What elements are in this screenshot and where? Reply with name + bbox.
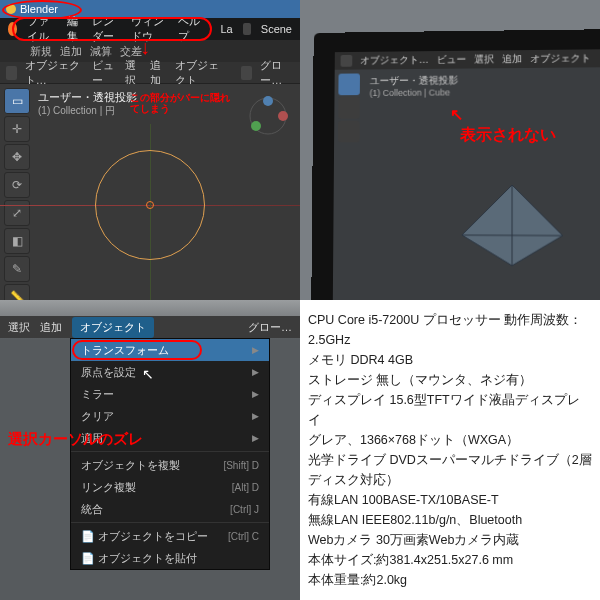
- menu-item[interactable]: 統合[Ctrl] J: [71, 498, 269, 520]
- blender-logo-icon: [8, 22, 17, 36]
- window-icon: [6, 4, 16, 14]
- spec-line: ストレージ 無し（マウンタ、ネジ有）: [308, 370, 592, 390]
- hdr-add[interactable]: 追加: [150, 58, 167, 88]
- spec-line: 2.5GHz: [308, 330, 592, 350]
- menu-edit[interactable]: 編集: [67, 14, 82, 44]
- hdr-select[interactable]: 選択: [474, 52, 494, 66]
- hdr-object[interactable]: オブジェクト: [175, 58, 226, 88]
- hdr-add[interactable]: 追加: [502, 52, 522, 66]
- hdr-view[interactable]: ビュー: [437, 53, 467, 67]
- menu-item[interactable]: オブジェクトを複製[Shift] D: [71, 454, 269, 476]
- tool-transform[interactable]: ◧: [4, 228, 30, 254]
- mode-dropdown[interactable]: オブジェクト…: [360, 53, 429, 67]
- hdr-right[interactable]: グロー…: [248, 320, 292, 335]
- menu-item[interactable]: 📄 オブジェクトを貼付: [71, 547, 269, 569]
- laptop-screen: オブジェクト… ビュー 選択 追加 オブジェクト ユーザー・透視投影 (1) C…: [333, 49, 600, 300]
- blender-window: Blender ファイル 編集 レンダー ウィンドウ ヘルプ La Scene …: [0, 0, 300, 300]
- menubar: ファイル 編集 レンダー ウィンドウ ヘルプ La Scene: [0, 18, 300, 40]
- nav-gizmo[interactable]: [246, 94, 290, 138]
- spec-line: Webカメラ 30万画素Webカメラ内蔵: [308, 530, 592, 550]
- toolopt-sub[interactable]: 減算: [90, 44, 112, 59]
- spec-line: 無線LAN IEEE802.11b/g/n、Bluetooth: [308, 510, 592, 530]
- menu-item-shortcut: [Ctrl] J: [230, 504, 259, 515]
- spec-line: グレア、1366×768ドット（WXGA）: [308, 430, 592, 450]
- mouse-cursor-icon: ↖: [142, 366, 154, 382]
- context-menu-photo: 選択 追加 オブジェクト グロー… トランスフォーム▶原点を設定▶ミラー▶クリア…: [0, 300, 300, 600]
- viewport-info-2: ユーザー・透視投影 (1) Collection | Cube: [370, 75, 459, 99]
- tool-annotate[interactable]: ✎: [4, 256, 30, 282]
- hdr-right[interactable]: グロー…: [260, 58, 294, 88]
- menu-item[interactable]: 原点を設定▶: [71, 361, 269, 383]
- menu-render[interactable]: レンダー: [92, 14, 122, 44]
- spec-line: メモリ DDR4 4GB: [308, 350, 592, 370]
- tool-select-box[interactable]: ▭: [4, 88, 30, 114]
- toolopt-int[interactable]: 交差: [120, 44, 142, 59]
- object-cube-wireframe[interactable]: [452, 180, 573, 273]
- menu-item[interactable]: ミラー▶: [71, 383, 269, 405]
- info-projection: ユーザー・透視投影: [38, 90, 137, 104]
- mode-dropdown[interactable]: オブジェクト…: [25, 58, 84, 88]
- laptop-bezel: オブジェクト… ビュー 選択 追加 オブジェクト ユーザー・透視投影 (1) C…: [311, 29, 600, 300]
- info-projection: ユーザー・透視投影: [370, 75, 459, 88]
- hdr-add[interactable]: 追加: [40, 320, 62, 335]
- tool-rotate[interactable]: ⟳: [4, 172, 30, 198]
- svg-point-2: [263, 96, 273, 106]
- workspace-tab[interactable]: La: [220, 23, 232, 35]
- tool-scale[interactable]: ⤢: [4, 200, 30, 226]
- menu-item-label: リンク複製: [81, 480, 136, 495]
- menu-item-label: 📄 オブジェクトをコピー: [81, 529, 208, 544]
- spec-line: 本体重量:約2.0kg: [308, 570, 592, 590]
- toolopt-new[interactable]: 新規: [30, 44, 52, 59]
- tool-cursor[interactable]: [338, 97, 360, 119]
- viewport-header: オブジェクト… ビュー 選択 追加 オブジェクト グロー…: [0, 62, 300, 84]
- toolopt-add[interactable]: 追加: [60, 44, 82, 59]
- tool-cursor[interactable]: ✛: [4, 116, 30, 142]
- toolbar-left-2: [338, 73, 362, 142]
- menu-item[interactable]: トランスフォーム▶: [71, 339, 269, 361]
- spec-line: 本体サイズ:約381.4x251.5x27.6 mm: [308, 550, 592, 570]
- spec-line: ディスプレイ 15.6型TFTワイド液晶ディスプレイ: [308, 390, 592, 430]
- svg-point-1: [278, 111, 288, 121]
- scene-field[interactable]: Scene: [261, 23, 292, 35]
- viewport-header-3: 選択 追加 オブジェクト グロー…: [0, 316, 300, 338]
- menu-file[interactable]: ファイル: [27, 14, 57, 44]
- menu-help[interactable]: ヘルプ: [178, 14, 200, 44]
- spec-line: 有線LAN 100BASE-TX/10BASE-T: [308, 490, 592, 510]
- menu-item-shortcut: [Ctrl] C: [228, 531, 259, 542]
- hdr-object[interactable]: オブジェクト: [530, 51, 591, 66]
- toolbar-left: ▭ ✛ ✥ ⟳ ⤢ ◧ ✎ 📏: [4, 88, 32, 300]
- menu-item-label: 原点を設定: [81, 365, 136, 380]
- overlay-icon[interactable]: [241, 66, 252, 80]
- editor-type-icon[interactable]: [6, 66, 17, 80]
- tool-move[interactable]: ✥: [4, 144, 30, 170]
- cursor-3d-icon: [146, 201, 154, 209]
- hdr-view[interactable]: ビュー: [92, 58, 117, 88]
- hdr-select[interactable]: 選択: [8, 320, 30, 335]
- menu-item[interactable]: 📄 オブジェクトをコピー[Ctrl] C: [71, 525, 269, 547]
- editor-type-icon[interactable]: [341, 55, 353, 67]
- hdr-object-active[interactable]: オブジェクト: [72, 317, 154, 338]
- annotation-arrow-icon: ↓: [140, 36, 150, 59]
- scene-icon: [243, 23, 251, 35]
- submenu-arrow-icon: ▶: [252, 411, 259, 421]
- menu-item-label: 📄 オブジェクトを貼付: [81, 551, 197, 566]
- hdr-select[interactable]: 選択: [125, 58, 142, 88]
- laptop-photo: オブジェクト… ビュー 選択 追加 オブジェクト ユーザー・透視投影 (1) C…: [300, 0, 600, 300]
- menu-item-shortcut: [Shift] D: [223, 460, 259, 471]
- menu-item-label: オブジェクトを複製: [81, 458, 180, 473]
- menu-item[interactable]: リンク複製[Alt] D: [71, 476, 269, 498]
- menu-item-label: トランスフォーム: [81, 343, 169, 358]
- tool-select-box[interactable]: [338, 73, 360, 95]
- menu-item[interactable]: クリア▶: [71, 405, 269, 427]
- info-collection: (1) Collection | 円: [38, 104, 137, 118]
- viewport-info: ユーザー・透視投影 (1) Collection | 円: [38, 90, 137, 118]
- menu-item-label: クリア: [81, 409, 114, 424]
- tool-measure[interactable]: 📏: [4, 284, 30, 300]
- submenu-arrow-icon: ▶: [252, 433, 259, 443]
- tool-move[interactable]: [338, 121, 360, 143]
- annotation-text-3: 選択カーソルのズレ: [8, 430, 143, 449]
- menu-item-label: ミラー: [81, 387, 114, 402]
- submenu-arrow-icon: ▶: [252, 389, 259, 399]
- annotation-text: この部分がバーに隠れてしまう: [130, 92, 230, 114]
- viewport-3d[interactable]: ▭ ✛ ✥ ⟳ ⤢ ◧ ✎ 📏 ユーザー・透視投影 (1) Collection…: [0, 84, 300, 300]
